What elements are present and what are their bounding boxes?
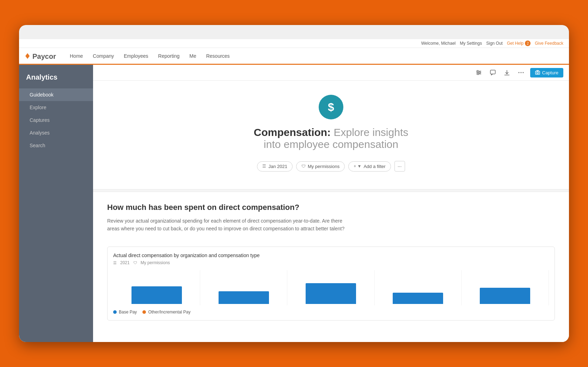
sidebar-item-search[interactable]: Search [19,139,93,152]
calendar-icon: ☰ [262,164,266,169]
permissions-filter-chip[interactable]: 🛡 My permissions [296,161,345,172]
chart-title: Actual direct compensation by organizati… [113,253,549,258]
browser-chrome [19,25,569,39]
section-question: How much has been spent on direct compen… [107,203,555,213]
dollar-icon: $ [319,95,343,119]
screen-wrapper: Welcome, Michael My Settings Sign Out Ge… [19,25,569,342]
main-content: Capture $ Compensation: Explore insights… [93,65,569,342]
filter-more-button[interactable]: ··· [394,161,405,172]
svg-point-6 [479,72,480,73]
nav-items: Home Company Employees Reporting Me Reso… [65,48,235,64]
svg-point-7 [477,73,479,75]
app-container: Welcome, Michael My Settings Sign Out Ge… [19,39,569,342]
nav-item-reporting[interactable]: Reporting [153,49,185,64]
date-filter-chip[interactable]: ☰ Jan 2021 [257,161,293,172]
nav-item-resources[interactable]: Resources [201,49,235,64]
logo-area: Paycor [25,51,56,61]
chart-meta: ☰ 2021 🛡 My permissions [113,260,549,265]
section-description: Review your actual organizational spendi… [107,217,354,233]
help-badge: 2 [525,41,531,46]
content-toolbar: Capture [93,65,569,81]
get-help-button[interactable]: Get Help 2 [507,41,531,46]
nav-item-me[interactable]: Me [184,49,201,64]
sidebar-item-analyses[interactable]: Analyses [19,126,93,139]
chart-bar-1 [131,286,182,304]
chart-bar-2 [219,291,269,304]
legend-item-other-pay: Other/Incremental Pay [142,310,190,315]
hero-title-bold: Compensation: [254,126,331,138]
hero-title: Compensation: Explore insightsinto emplo… [254,126,408,150]
sign-out-link[interactable]: Sign Out [486,41,503,46]
nav-item-employees[interactable]: Employees [119,49,153,64]
give-feedback-button[interactable]: Give Feedback [535,41,563,46]
paycor-logo: Paycor [25,51,56,61]
more-options-icon[interactable] [516,68,526,77]
download-icon[interactable] [502,68,512,77]
section-divider [93,189,569,192]
chart-permissions: My permissions [141,260,170,265]
svg-rect-8 [490,70,495,74]
add-filter-chip[interactable]: + ▼ Add a filter [348,161,391,172]
svg-point-15 [537,72,538,74]
svg-marker-1 [25,53,30,59]
filter-sliders-icon[interactable] [474,68,484,77]
comment-icon[interactable] [488,68,498,77]
shield-icon: 🛡 [301,164,306,169]
svg-point-11 [518,72,519,73]
chart-bar-3 [306,283,356,304]
content-area: Analytics Guidebook Explore Captures Ana… [19,65,569,342]
chart-card: Actual direct compensation by organizati… [107,247,555,321]
svg-point-13 [522,72,523,73]
capture-button[interactable]: Capture [530,68,563,77]
chart-bar-4 [393,293,443,304]
nav-item-home[interactable]: Home [65,49,88,64]
chart-year: 2021 [120,260,130,265]
legend-dot-other-pay [142,310,146,314]
nav-item-company[interactable]: Company [88,49,119,64]
my-settings-link[interactable]: My Settings [460,41,482,46]
chart-col-2 [200,270,287,305]
sidebar-title: Analytics [19,68,93,88]
legend-dot-base-pay [113,310,117,314]
svg-point-12 [520,72,521,73]
sidebar-item-captures[interactable]: Captures [19,114,93,126]
top-utility-bar: Welcome, Michael My Settings Sign Out Ge… [19,39,569,48]
svg-text:Paycor: Paycor [32,52,56,60]
chart-legend: Base Pay Other/Incremental Pay [113,310,549,315]
chart-meta-calendar-icon: ☰ [113,261,117,265]
chart-bar-5 [480,288,530,304]
welcome-text: Welcome, Michael [421,41,456,46]
chart-col-1 [113,270,200,305]
chart-col-4 [375,270,462,305]
svg-point-5 [477,70,478,72]
sidebar-item-guidebook[interactable]: Guidebook [19,88,93,101]
legend-item-base-pay: Base Pay [113,310,137,315]
plus-filter-icon: + ▼ [354,164,361,169]
sidebar: Analytics Guidebook Explore Captures Ana… [19,65,93,342]
hero-section: $ Compensation: Explore insightsinto emp… [93,81,569,189]
chart-meta-shield-icon: 🛡 [133,261,137,265]
content-section: How much has been spent on direct compen… [93,192,569,240]
sidebar-item-explore[interactable]: Explore [19,101,93,114]
chart-col-3 [287,270,374,305]
chart-col-5 [462,270,549,305]
chart-placeholder [113,270,549,305]
filter-bar: ☰ Jan 2021 🛡 My permissions + ▼ Add a fi… [257,157,405,179]
main-nav: Paycor Home Company Employees Reporting … [19,48,569,65]
